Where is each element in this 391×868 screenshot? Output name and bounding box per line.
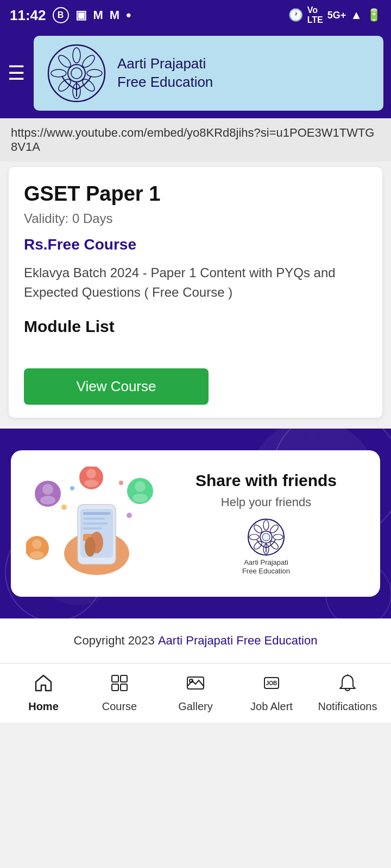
- course-icon: [110, 673, 129, 697]
- 5g-icon: 5G+: [327, 10, 346, 21]
- gallery-icon: [186, 673, 205, 697]
- nav-course[interactable]: Course: [81, 668, 157, 718]
- copyright-text: Copyright 2023: [74, 634, 158, 647]
- nav-notifications[interactable]: Notifications: [310, 668, 386, 718]
- share-illustration: [26, 467, 156, 580]
- copyright-link[interactable]: Aarti Prajapati Free Education: [158, 634, 318, 647]
- svg-rect-55: [112, 684, 118, 691]
- nav-course-label: Course: [102, 700, 137, 713]
- svg-point-45: [273, 534, 283, 540]
- svg-point-30: [135, 481, 146, 492]
- svg-point-36: [70, 486, 74, 490]
- status-bar: 11:42 B ▣ M M • 🕐 VoLTE 5G+ ▲ 🔋: [0, 0, 391, 30]
- svg-point-27: [86, 469, 96, 478]
- course-description: Eklavya Batch 2024 - Paper 1 Content wit…: [24, 263, 367, 302]
- share-logo-small: Aarti Prajapati Free Education: [167, 518, 365, 575]
- svg-point-34: [30, 551, 44, 559]
- status-time: 11:42: [10, 7, 46, 24]
- home-icon: [34, 673, 53, 697]
- nav-home[interactable]: Home: [5, 668, 81, 718]
- notifications-icon: [338, 673, 357, 697]
- svg-rect-18: [83, 512, 110, 515]
- alarm-icon: 🕐: [288, 8, 303, 22]
- svg-rect-53: [112, 675, 118, 682]
- course-card-wrapper: GSET Paper 1 Validity: 0 Days Rs.Free Co…: [0, 162, 391, 429]
- header: ☰ Aarti Prajapati: [0, 30, 391, 118]
- status-m1-icon: M: [93, 8, 103, 22]
- svg-point-1: [73, 48, 80, 63]
- svg-point-44: [249, 534, 259, 540]
- nav-notifications-label: Notifications: [318, 700, 377, 713]
- signal-icon: ▲: [350, 8, 362, 22]
- status-square-icon: ▣: [75, 8, 87, 22]
- bottom-nav: Home Course Gallery JOB Job Alert Notifi…: [0, 663, 391, 723]
- share-content: Share with friends Help your friends: [167, 471, 365, 575]
- status-left: 11:42 B ▣ M M •: [10, 7, 131, 24]
- svg-point-37: [119, 481, 123, 485]
- svg-point-3: [51, 69, 66, 77]
- view-course-button[interactable]: View Course: [24, 368, 209, 405]
- nav-home-label: Home: [28, 700, 59, 713]
- svg-rect-54: [121, 675, 127, 682]
- url-bar: https://www.youtube.com/embed/yo8KRd8jih…: [0, 118, 391, 162]
- status-right: 🕐 VoLTE 5G+ ▲ 🔋: [288, 5, 381, 25]
- svg-rect-21: [83, 527, 102, 529]
- status-b-icon: B: [53, 7, 69, 23]
- url-text: https://www.youtube.com/embed/yo8KRd8jih…: [11, 126, 374, 154]
- course-card: GSET Paper 1 Validity: 0 Days Rs.Free Co…: [9, 167, 382, 418]
- svg-point-4: [87, 69, 102, 77]
- svg-point-51: [262, 533, 270, 541]
- status-m2-icon: M: [110, 8, 119, 22]
- svg-point-40: [85, 537, 96, 557]
- share-section: Share with friends Help your friends: [0, 429, 391, 618]
- logo-subtitle: Free Education: [117, 73, 213, 92]
- svg-point-42: [263, 520, 269, 530]
- svg-text:JOB: JOB: [266, 680, 278, 686]
- nav-gallery-label: Gallery: [178, 700, 212, 713]
- hamburger-menu[interactable]: ☰: [8, 63, 25, 83]
- svg-point-10: [71, 68, 82, 79]
- course-validity: Validity: 0 Days: [24, 211, 367, 226]
- nav-job-alert-label: Job Alert: [250, 700, 293, 713]
- course-price: Rs.Free Course: [24, 236, 367, 253]
- svg-point-35: [61, 505, 67, 510]
- svg-rect-19: [83, 518, 105, 520]
- footer-copyright: Copyright 2023 Aarti Prajapati Free Educ…: [0, 618, 391, 663]
- share-card: Share with friends Help your friends: [11, 450, 380, 597]
- share-logo-name: Aarti Prajapati Free Education: [242, 558, 290, 575]
- svg-point-24: [42, 484, 53, 495]
- nav-job-alert[interactable]: JOB Job Alert: [234, 668, 310, 718]
- svg-rect-20: [83, 522, 108, 525]
- status-dot-icon: •: [126, 7, 131, 24]
- share-logo-svg: [247, 518, 285, 556]
- share-subtitle: Help your friends: [167, 495, 365, 509]
- logo-name: Aarti Prajapati: [117, 55, 213, 73]
- svg-point-33: [32, 539, 42, 549]
- course-title: GSET Paper 1: [24, 182, 367, 206]
- module-list-title: Module List: [24, 317, 367, 336]
- svg-rect-56: [121, 684, 127, 691]
- svg-point-31: [133, 494, 148, 502]
- nav-gallery[interactable]: Gallery: [157, 668, 234, 718]
- svg-point-28: [84, 480, 98, 487]
- battery-icon: 🔋: [367, 8, 381, 22]
- logo-svg: [47, 43, 106, 103]
- share-title: Share with friends: [167, 471, 365, 490]
- volte-icon: VoLTE: [307, 5, 323, 25]
- svg-point-58: [190, 679, 193, 682]
- svg-point-38: [127, 513, 132, 518]
- logo-banner: Aarti Prajapati Free Education: [34, 36, 383, 111]
- job-alert-icon: JOB: [262, 673, 281, 697]
- svg-point-25: [40, 496, 55, 505]
- logo-text: Aarti Prajapati Free Education: [117, 55, 213, 92]
